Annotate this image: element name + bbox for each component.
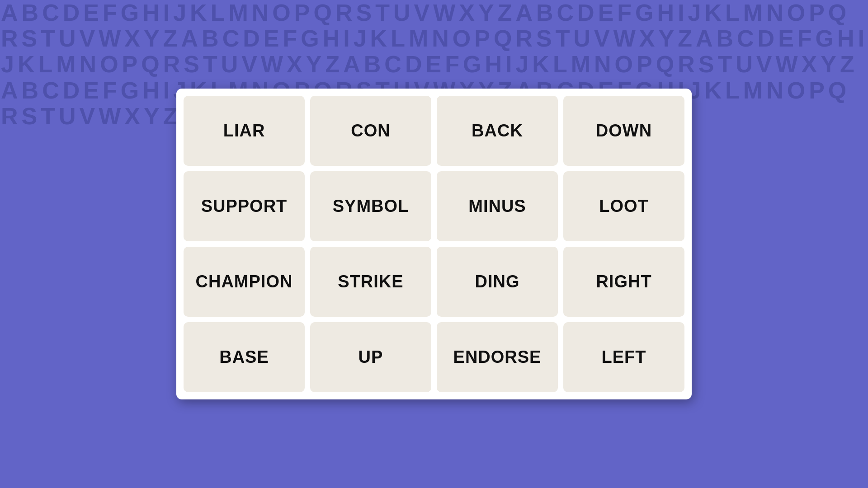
word-card-left[interactable]: LEFT [563,322,684,392]
bg-letter: M [55,52,78,77]
bg-letter: S [698,52,717,77]
word-grid-panel: LIAR CON BACK DOWN SUPPORT SYMBOL MINUS … [176,89,692,399]
word-card-right[interactable]: RIGHT [563,247,684,317]
bg-letter: Z [324,52,342,77]
bg-letter: R [162,52,183,77]
bg-letter: Y [820,52,839,77]
bg-letter: Y [305,52,325,77]
bg-letter: U [735,52,755,77]
bg-letter: E [263,26,282,52]
word-card-loot[interactable]: LOOT [563,171,684,241]
bg-letter: S [355,0,374,26]
bg-letter: C [383,52,404,77]
bg-letter: N [765,0,786,26]
bg-letter: E [82,0,102,26]
bg-letter: F [102,0,120,26]
bg-letter: F [444,52,462,77]
bg-letter: N [431,26,452,52]
bg-letter: P [636,52,655,77]
bg-letter: F [797,26,815,52]
bg-letter: H [484,52,505,77]
bg-letter: X [123,103,143,129]
bg-letter: M [742,78,765,103]
bg-letter: Y [477,0,497,26]
bg-letter: S [535,26,555,52]
bg-letter: R [514,26,535,52]
bg-letter: U [220,52,241,77]
bg-letter: Y [143,26,162,52]
bg-letter: Q [655,52,677,77]
word-card-symbol[interactable]: SYMBOL [310,171,431,241]
bg-letter: I [162,0,172,26]
bg-letter: S [183,52,202,77]
bg-letter: I [342,26,352,52]
bg-letter: X [123,26,143,52]
word-card-minus[interactable]: MINUS [437,171,558,241]
bg-letter: Z [162,26,180,52]
word-card-back[interactable]: BACK [437,96,558,166]
bg-letter: F [616,0,634,26]
bg-letter: S [21,103,40,129]
bg-letter: B [715,26,736,52]
bg-letter: T [374,0,392,26]
bg-letter: P [121,52,141,77]
bg-letter: M [408,26,431,52]
bg-letter: O [786,0,808,26]
bg-letter: V [79,103,98,129]
bg-letter: H [656,0,677,26]
bg-letter: I [505,52,514,77]
word-card-strike[interactable]: STRIKE [310,247,431,317]
bg-letter: G [634,0,656,26]
bg-letter: L [552,52,570,77]
bg-letter: D [757,26,778,52]
bg-letter: A [0,78,21,103]
bg-letter: E [777,26,797,52]
bg-letter: K [369,26,390,52]
word-card-endorse[interactable]: ENDORSE [437,322,558,392]
bg-letter: V [79,26,98,52]
word-card-con[interactable]: CON [310,96,431,166]
bg-letter: P [473,26,493,52]
bg-letter: H [142,0,162,26]
bg-letter: J [353,26,369,52]
word-card-up[interactable]: UP [310,322,431,392]
bg-letter: K [704,0,725,26]
word-card-champion[interactable]: CHAMPION [184,247,305,317]
bg-letter: W [260,52,286,77]
word-card-liar[interactable]: LIAR [184,96,305,166]
bg-letter: H [836,26,857,52]
bg-letter: D [62,78,83,103]
bg-letter: J [514,52,531,77]
bg-letter: Z [497,0,515,26]
bg-letter: T [40,26,58,52]
word-grid: LIAR CON BACK DOWN SUPPORT SYMBOL MINUS … [184,96,684,392]
word-card-down[interactable]: DOWN [563,96,684,166]
bg-letter: G [120,78,142,103]
bg-letter: T [717,52,735,77]
bg-letter: T [40,103,58,129]
bg-letter: L [724,0,742,26]
bg-letter: G [120,0,142,26]
bg-letter: A [514,0,535,26]
bg-letter: I [162,78,172,103]
bg-letter: U [572,26,593,52]
word-card-support[interactable]: SUPPORT [184,171,305,241]
bg-letter: Q [827,0,849,26]
bg-letter: G [462,52,484,77]
bg-letter: U [392,0,413,26]
bg-letter: G [300,26,321,52]
word-card-base[interactable]: BASE [184,322,305,392]
bg-letter: D [62,0,83,26]
bg-letter: X [286,52,305,77]
bg-letter: N [593,52,614,77]
bg-letter: G [815,26,836,52]
bg-letter: X [638,26,658,52]
bg-letter: D [242,26,263,52]
bg-letter: O [271,0,293,26]
bg-letter: J [687,0,704,26]
bg-letter: A [342,52,363,77]
bg-letter: W [432,0,458,26]
bg-letter: O [99,52,121,77]
bg-letter: N [79,52,99,77]
word-card-ding[interactable]: DING [437,247,558,317]
